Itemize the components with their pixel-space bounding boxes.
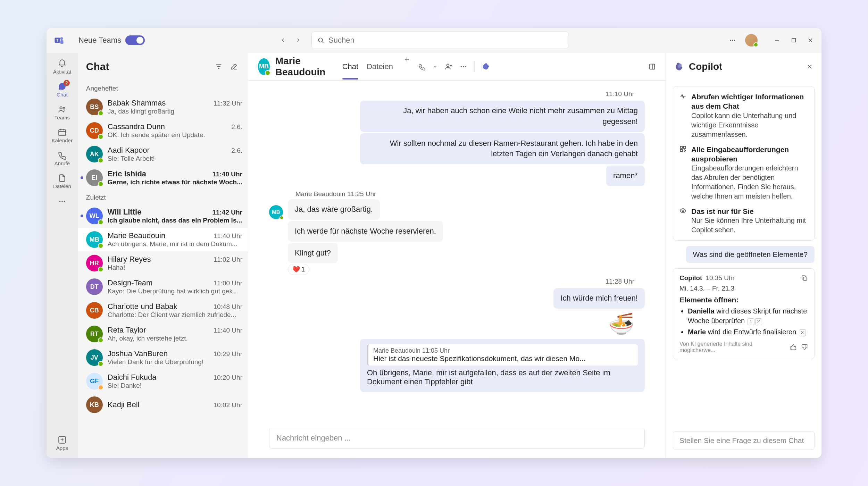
conversation-header: MB Marie Beaudouin Chat Dateien — [248, 53, 666, 81]
close-button[interactable] — [806, 36, 815, 44]
svg-point-7 — [734, 40, 735, 41]
copilot-toggle-button[interactable] — [482, 62, 641, 71]
chat-item[interactable]: WL Will Little11:42 UhrIch glaube nicht,… — [78, 204, 248, 228]
svg-rect-23 — [684, 146, 686, 148]
message-in[interactable]: Ich werde für nächste Woche reservieren. — [288, 221, 443, 242]
copilot-panel: Copilot Abrufen wichtiger Informationen … — [666, 53, 821, 458]
rail-activity[interactable]: Aktivität — [50, 56, 75, 78]
message-compose-input[interactable]: Nachricht eingeben ... — [269, 428, 645, 449]
avatar: BS — [86, 99, 103, 115]
call-button[interactable] — [418, 63, 426, 70]
avatar: HR — [86, 255, 103, 271]
ref-badge[interactable]: 2 — [755, 318, 762, 325]
calendar-icon — [58, 128, 67, 137]
svg-point-19 — [465, 66, 466, 67]
svg-point-16 — [446, 64, 449, 66]
chat-item[interactable]: DT Design-Team11:00 UhrKayo: Die Überprü… — [78, 275, 248, 299]
conv-more-button[interactable] — [460, 63, 467, 70]
sparkle-icon — [679, 93, 687, 139]
search-icon — [317, 37, 324, 44]
add-tab-button[interactable] — [401, 54, 412, 65]
copilot-title: Copilot — [689, 61, 802, 72]
message-out[interactable]: Wir sollten nochmal zu diesen Ramen-Rest… — [360, 133, 645, 165]
apps-icon — [58, 435, 67, 444]
suggestion-pill[interactable]: Was sind die geöffneten Elemente? — [686, 246, 815, 263]
svg-rect-20 — [650, 64, 655, 69]
message-sender: Marie Beaudouin 11:25 Uhr — [295, 190, 645, 198]
chat-item[interactable]: JV Joshua VanBuren10:29 UhrVielen Dank f… — [78, 346, 248, 369]
tab-chat[interactable]: Chat — [342, 54, 358, 79]
more-options-button[interactable] — [728, 36, 737, 44]
chat-item[interactable]: AK Aadi Kapoor2.6.Sie: Tolle Arbeit! — [78, 142, 248, 166]
avatar: CD — [86, 122, 103, 139]
message-in[interactable]: Ja, das wäre großartig. — [288, 199, 380, 220]
chat-item[interactable]: BS Babak Shammas11:32 UhrJa, das klingt … — [78, 95, 248, 119]
copilot-close-button[interactable] — [806, 63, 813, 70]
copilot-logo-icon — [674, 61, 685, 72]
add-people-button[interactable] — [444, 62, 453, 71]
svg-point-4 — [318, 38, 323, 42]
prompts-icon — [679, 145, 687, 201]
message-timestamp: 11:10 Uhr — [269, 90, 645, 98]
avatar: RT — [86, 326, 103, 342]
message-timestamp: 11:28 Uhr — [269, 278, 645, 285]
copilot-input[interactable]: Stellen Sie eine Frage zu diesem Chat — [673, 431, 815, 450]
rail-teams[interactable]: Teams — [50, 101, 75, 124]
copy-icon[interactable] — [801, 275, 808, 282]
ref-badge[interactable]: 1 — [748, 318, 754, 325]
profile-avatar[interactable] — [745, 34, 758, 47]
emoji-message[interactable]: 🍜 — [269, 311, 645, 336]
svg-rect-21 — [652, 64, 654, 69]
copilot-tips-card: Abrufen wichtiger Informationen aus dem … — [673, 86, 815, 241]
message-reaction[interactable]: ❤️ 1 — [288, 264, 309, 275]
thumbs-up-button[interactable] — [790, 344, 797, 351]
tab-files[interactable]: Dateien — [367, 54, 393, 79]
chat-item[interactable]: RT Reta Taylor11:40 UhrAh, okay, ich ver… — [78, 322, 248, 346]
nav-forward-button[interactable] — [292, 34, 304, 47]
message-avatar[interactable]: MB — [269, 205, 283, 219]
search-input-container[interactable] — [311, 32, 568, 49]
avatar: CB — [86, 302, 103, 319]
rail-calls[interactable]: Anrufe — [50, 147, 75, 169]
chat-item[interactable]: EI Eric Ishida11:40 UhrGerne, ich richte… — [78, 166, 248, 190]
chat-item[interactable]: CD Cassandra Dunn2.6.OK. Ich sende späte… — [78, 119, 248, 142]
chat-list-title: Chat — [86, 61, 209, 73]
call-dropdown[interactable] — [433, 64, 437, 69]
message-out[interactable]: Ja, wir haben auch schon eine Weile nich… — [360, 101, 645, 132]
avatar: WL — [86, 208, 103, 224]
rail-chat[interactable]: 2 Chat — [50, 78, 75, 101]
popout-button[interactable] — [648, 63, 656, 70]
chat-item[interactable]: MB Marie Beaudouin11:40 UhrAch übrigens,… — [78, 228, 248, 251]
chat-item[interactable]: GF Daichi Fukuda10:20 UhrSie: Danke! — [78, 369, 248, 393]
svg-text:T: T — [56, 38, 59, 42]
rail-more[interactable] — [50, 193, 75, 210]
conv-title: Marie Beaudouin — [275, 56, 331, 78]
filter-button[interactable] — [213, 61, 224, 72]
chat-item[interactable]: HR Hilary Reyes11:02 UhrHaha! — [78, 251, 248, 275]
rail-apps[interactable]: Apps — [50, 432, 75, 454]
chat-badge: 2 — [64, 80, 70, 86]
message-out[interactable]: Ich würde mich freuen! — [553, 288, 645, 309]
compose-button[interactable] — [228, 61, 240, 72]
nav-back-button[interactable] — [277, 34, 289, 47]
avatar: JV — [86, 349, 103, 366]
svg-point-9 — [60, 107, 62, 109]
conv-avatar[interactable]: MB — [258, 58, 270, 75]
quoted-message[interactable]: Marie Beaudouin 11:05 Uhr Hier ist das n… — [360, 339, 645, 392]
message-out[interactable]: ramen* — [606, 166, 645, 186]
new-teams-toggle[interactable] — [125, 35, 145, 45]
conversation-panel: MB Marie Beaudouin Chat Dateien — [248, 53, 666, 458]
chat-item[interactable]: CB Charlotte und Babak10:48 UhrCharlotte… — [78, 299, 248, 322]
thumbs-down-button[interactable] — [801, 344, 808, 351]
ref-badge[interactable]: 3 — [799, 329, 806, 336]
chat-item[interactable]: KB Kadji Bell10:02 Uhr — [78, 393, 248, 417]
response-item: Daniella wird dieses Skript für nächste … — [688, 306, 808, 326]
svg-point-25 — [682, 210, 684, 212]
rail-files[interactable]: Dateien — [50, 170, 75, 192]
search-input[interactable] — [328, 36, 562, 45]
svg-point-5 — [730, 40, 731, 41]
rail-calendar[interactable]: Kalender — [50, 124, 75, 146]
message-in[interactable]: Klingt gut? — [288, 243, 338, 263]
maximize-button[interactable] — [790, 36, 798, 44]
minimize-button[interactable] — [773, 36, 781, 44]
